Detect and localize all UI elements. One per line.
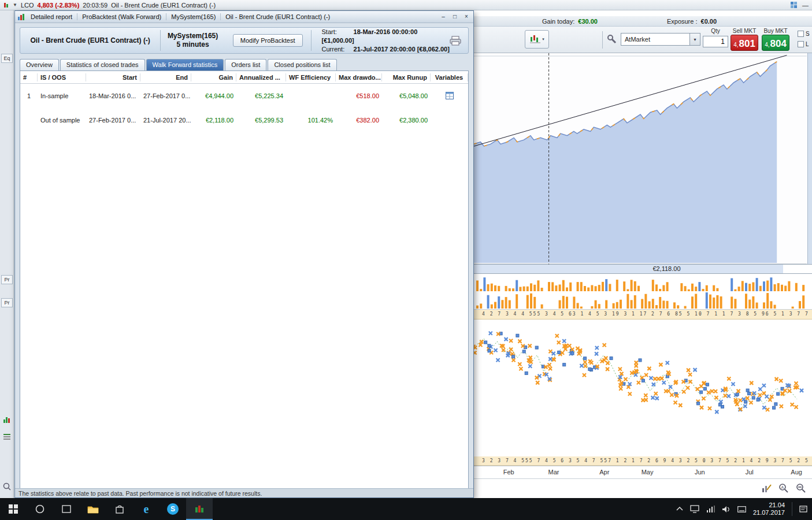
dialog-close-button[interactable]: × [462, 13, 471, 21]
equity-gain-label: €2,118.00 [652, 265, 680, 272]
quote-time-label: 20:03:59 [83, 2, 107, 9]
action-center-icon[interactable] [799, 506, 807, 512]
instrument-candle-icon [3, 2, 9, 9]
limit-checkbox[interactable]: L [798, 41, 809, 47]
table-cell: €2,380.00 [382, 117, 431, 124]
dialog-titlebar[interactable]: Detailed reportProBacktest (Walk Forward… [15, 11, 473, 23]
keyboard-icon[interactable] [737, 506, 746, 512]
rail-tab-eq[interactable]: Eq [1, 54, 13, 63]
duration-row-bottom: 3 2 3 7 4 555 7 4 5 6 3 5 4 7 557 1 2 1 … [474, 456, 812, 466]
start-capital: [€1,000.00] [322, 37, 354, 44]
start-button[interactable] [0, 498, 27, 520]
symbol-dropdown-icon[interactable]: ▼ [13, 2, 17, 8]
exposure-label: Exposure : [667, 18, 698, 25]
table-row[interactable]: Out of sample27-Feb-2017 0...21-Jul-2017… [20, 108, 468, 132]
equity-scrollbar[interactable] [807, 53, 812, 264]
month-tick-label: May [642, 469, 654, 476]
rail-tab-pr[interactable]: Pr [1, 298, 13, 307]
network-icon[interactable] [706, 506, 715, 512]
column-header[interactable]: # [20, 73, 38, 81]
limit-checkbox-label: L [806, 41, 809, 47]
column-header[interactable]: Max drawdo... [336, 73, 382, 81]
skype-button[interactable]: S [160, 498, 186, 520]
column-header[interactable]: IS / OOS [38, 73, 86, 81]
sell-market-button[interactable]: 4, 801 [731, 35, 758, 51]
table-cell: Out of sample [38, 117, 86, 124]
display-icon[interactable] [690, 505, 699, 513]
zoom-out-icon[interactable] [796, 483, 806, 493]
column-header[interactable]: Start [86, 73, 140, 81]
buy-market-button[interactable]: 4, 804 [762, 35, 789, 51]
symbol-label: LCO [21, 2, 34, 9]
trade-histogram-panel[interactable] [474, 277, 812, 310]
tab-walk-forward-statistics[interactable]: Walk Forward statistics [146, 59, 224, 70]
sell-price-prefix: 4, [733, 40, 738, 49]
table-cell: €518.00 [336, 92, 382, 99]
table-cell: 1 [20, 92, 38, 99]
tab-statistics-of-closed-trades[interactable]: Statistics of closed trades [60, 59, 145, 70]
chart-style-dropdown-icon[interactable]: ▾ [542, 37, 544, 42]
task-view-button[interactable] [53, 498, 80, 520]
edge-browser-button[interactable]: e [133, 498, 160, 520]
dialog-maximize-button[interactable]: □ [450, 13, 459, 21]
chart-edit-icon[interactable] [761, 483, 772, 493]
dialog-status-bar: The statistics above relate to past data… [15, 488, 473, 497]
taskbar-clock[interactable]: 21.04 21.07.2017 [753, 502, 785, 517]
workspace-icon[interactable] [790, 1, 798, 9]
dialog-minimize-button[interactable]: – [439, 13, 448, 21]
trade-histogram-chart [474, 277, 807, 310]
table-row[interactable]: 1In-sample18-Mar-2016 0...27-Feb-2017 0.… [20, 84, 468, 108]
file-explorer-button[interactable] [80, 498, 106, 520]
clock-date: 21.07.2017 [753, 509, 785, 517]
volume-icon[interactable] [722, 506, 731, 513]
tab-orders-list[interactable]: Orders list [225, 59, 266, 70]
rail-tab-pr[interactable]: Pr [1, 275, 13, 284]
month-tick-label: Mar [548, 469, 559, 476]
stop-checkbox-label: S [806, 31, 810, 37]
order-type-select[interactable]: AtMarket ▾ [621, 33, 700, 46]
report-instrument-label: Oil - Brent Crude (EUR1 Contract) (-) [20, 36, 160, 44]
equity-curve-chart [474, 53, 807, 265]
toolbar-divider [602, 31, 603, 49]
month-tick-label: Feb [503, 469, 514, 476]
stop-checkbox-box[interactable] [798, 31, 804, 37]
svg-text:A: A [781, 485, 784, 489]
settings-wrench-icon[interactable] [607, 34, 617, 44]
sell-price: 801 [739, 38, 755, 49]
limit-checkbox-box[interactable] [798, 41, 804, 47]
table-cell: €382.00 [336, 117, 382, 124]
chart-style-button[interactable]: ▾ [525, 30, 549, 49]
buy-price: 804 [770, 38, 786, 49]
tab-closed-positions-list[interactable]: Closed positions list [268, 59, 336, 70]
order-type-dropdown-icon[interactable]: ▾ [689, 34, 700, 45]
month-tick-label: Aug [791, 469, 802, 476]
window-minimize-icon[interactable]: — [802, 2, 809, 9]
report-tabs: OverviewStatistics of closed tradesWalk … [20, 59, 469, 71]
zoom-text-icon[interactable]: A [778, 483, 789, 493]
skype-icon: S [167, 503, 179, 515]
store-button[interactable] [106, 498, 133, 520]
tab-overview[interactable]: Overview [20, 59, 59, 70]
equity-curve-panel[interactable] [474, 53, 812, 265]
tray-chevron-up-icon[interactable] [676, 507, 683, 511]
column-header[interactable]: End [140, 73, 191, 81]
column-header[interactable]: Gain [191, 73, 236, 81]
screen: ▼ LCO 4,803 (-2.83%) 20:03:59 Oil - Bren… [0, 0, 812, 520]
search-button[interactable] [27, 498, 53, 520]
current-capital: [€8,062.00] [417, 46, 450, 53]
rail-chart-icon[interactable] [2, 415, 12, 424]
stop-checkbox[interactable]: S [798, 31, 810, 37]
column-header[interactable]: Variables [431, 73, 468, 81]
print-icon[interactable] [450, 36, 461, 46]
trading-app-button[interactable] [186, 498, 213, 520]
rail-list-icon[interactable] [2, 432, 12, 441]
column-header[interactable]: Annualized ... [236, 73, 286, 81]
quantity-input[interactable] [703, 36, 728, 47]
table-cell: €2,118.00 [191, 117, 236, 124]
modify-probacktest-button[interactable]: Modify ProBacktest [233, 34, 303, 47]
column-header[interactable]: WF Efficiency [286, 73, 336, 81]
price-scatter-panel[interactable] [474, 320, 812, 456]
variables-export-icon[interactable] [431, 92, 468, 101]
rail-zoom-icon[interactable] [2, 482, 12, 491]
column-header[interactable]: Max Runup [382, 73, 431, 81]
